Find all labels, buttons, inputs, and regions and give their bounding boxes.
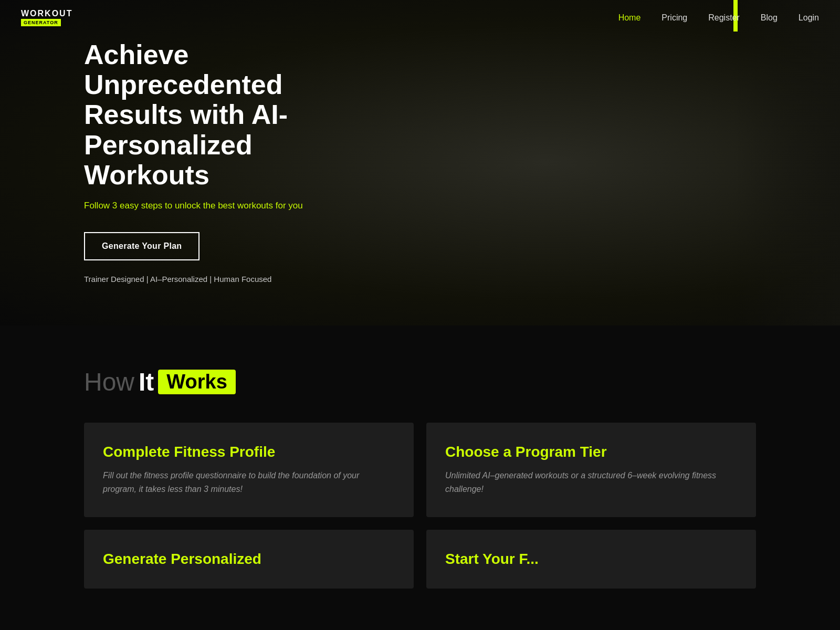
- nav-links: Home Pricing Register Blog Login: [618, 13, 819, 23]
- nav-link-login[interactable]: Login: [799, 13, 819, 22]
- nav-item-register[interactable]: Register: [708, 13, 740, 23]
- nav-item-blog[interactable]: Blog: [761, 13, 778, 23]
- nav-link-register[interactable]: Register: [708, 13, 740, 22]
- section-heading: How It Works: [84, 368, 756, 396]
- card-title-3: Generate Personalized: [103, 551, 395, 568]
- brand-badge: GENERATOR: [21, 19, 61, 26]
- navigation: WORKOUT GENERATOR Home Pricing Register …: [0, 0, 840, 36]
- nav-item-home[interactable]: Home: [618, 13, 641, 23]
- brand-logo[interactable]: WORKOUT GENERATOR: [21, 9, 72, 26]
- card-desc-2: Unlimited AI–generated workouts or a str…: [445, 469, 737, 496]
- hero-tagline: Trainer Designed | AI–Personalized | Hum…: [84, 273, 357, 286]
- hero-content: Achieve Unprecedented Results with AI-Pe…: [84, 40, 357, 286]
- heading-badge: Works: [158, 370, 235, 394]
- nav-link-blog[interactable]: Blog: [761, 13, 778, 22]
- card-start: Start Your F...: [426, 530, 756, 589]
- hero-section: WORKOUT GENERATOR Home Pricing Register …: [0, 0, 840, 326]
- brand-name: WORKOUT: [21, 9, 72, 18]
- card-title-4: Start Your F...: [445, 551, 737, 568]
- card-title-1: Complete Fitness Profile: [103, 444, 395, 460]
- nav-item-login[interactable]: Login: [799, 13, 819, 23]
- cards-grid: Complete Fitness Profile Fill out the fi…: [84, 423, 756, 589]
- hero-right-overlay: [735, 0, 840, 326]
- generate-plan-button[interactable]: Generate Your Plan: [84, 232, 200, 260]
- card-fitness-profile: Complete Fitness Profile Fill out the fi…: [84, 423, 414, 517]
- card-desc-1: Fill out the fitness profile questionnai…: [103, 469, 395, 496]
- hero-title: Achieve Unprecedented Results with AI-Pe…: [84, 40, 357, 190]
- card-program-tier: Choose a Program Tier Unlimited AI–gener…: [426, 423, 756, 517]
- how-it-works-section: How It Works Complete Fitness Profile Fi…: [0, 326, 840, 620]
- nav-item-pricing[interactable]: Pricing: [662, 13, 687, 23]
- card-generate: Generate Personalized: [84, 530, 414, 589]
- card-title-2: Choose a Program Tier: [445, 444, 737, 460]
- nav-link-pricing[interactable]: Pricing: [662, 13, 687, 22]
- hero-subtitle: Follow 3 easy steps to unlock the best w…: [84, 201, 357, 211]
- nav-link-home[interactable]: Home: [618, 13, 641, 22]
- heading-bold: It: [139, 368, 154, 396]
- heading-light: How: [84, 368, 134, 396]
